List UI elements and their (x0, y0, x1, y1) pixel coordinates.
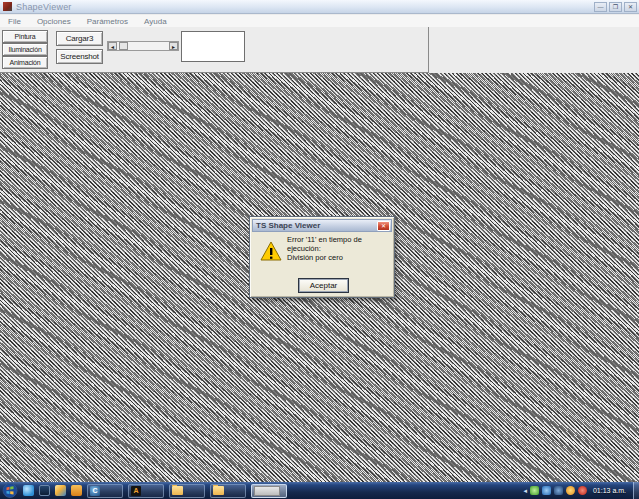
accept-button[interactable]: Aceptar (298, 278, 349, 293)
lighting-button[interactable]: Iluminación (2, 43, 48, 56)
dialog-titlebar[interactable]: TS Shape Viewer ✕ (252, 219, 392, 232)
quick-launch-image-icon[interactable] (55, 485, 66, 496)
paint-button[interactable]: Pintura (2, 30, 48, 43)
menu-options[interactable]: Opciones (29, 17, 79, 26)
scroll-right-arrow-icon[interactable]: ► (169, 42, 178, 50)
menu-help[interactable]: Ayuda (136, 17, 175, 26)
load-shape-button[interactable]: Cargar3 (56, 31, 103, 46)
error-dialog: TS Shape Viewer ✕ Error '11' en tiempo d… (249, 216, 395, 298)
error-message-line1: Error '11' en tiempo de ejecución: (287, 235, 394, 253)
show-desktop-button[interactable] (633, 482, 639, 499)
taskbar-folder-button-1[interactable] (169, 484, 205, 498)
menu-parameters[interactable]: Parámetros (79, 17, 136, 26)
taskbar-folder-button-2[interactable] (210, 484, 246, 498)
screenshot-button[interactable]: Screenshot (56, 49, 103, 64)
caption-buttons: — ❐ ✕ (594, 2, 637, 12)
scroll-left-arrow-icon[interactable]: ◄ (108, 42, 117, 50)
quick-launch-folder-icon[interactable] (71, 485, 82, 496)
toolbar-panel: Pintura Iluminación Animación Cargar3 Sc… (0, 27, 429, 73)
start-button[interactable] (2, 483, 18, 498)
taskbar-clock[interactable]: 01:13 a.m. (593, 487, 626, 494)
taskbar: C A ◂ 01:13 a.m. (0, 482, 639, 499)
taskbar-shapeviewer-button-active[interactable] (251, 484, 287, 498)
tray-icon-4[interactable] (566, 486, 575, 495)
restore-button[interactable]: ❐ (609, 2, 622, 12)
tray-icon-2[interactable] (542, 486, 551, 495)
taskbar-app-button-2[interactable]: A (128, 484, 164, 498)
folder-icon (172, 486, 183, 495)
minimize-button[interactable]: — (594, 2, 607, 12)
preview-listbox[interactable] (181, 31, 245, 62)
close-button[interactable]: ✕ (624, 2, 637, 12)
warning-icon (260, 241, 282, 265)
app2-icon: A (131, 486, 141, 496)
quick-launch-browser-icon[interactable] (23, 485, 34, 496)
toolbar-row: Pintura Iluminación Animación Cargar3 Sc… (0, 27, 639, 73)
quick-launch-monitor-icon[interactable] (39, 485, 50, 496)
dialog-close-button[interactable]: ✕ (377, 221, 390, 231)
folder-icon (213, 486, 224, 495)
animation-button[interactable]: Animación (2, 56, 48, 69)
error-message-line2: División por cero (287, 253, 343, 262)
scrollbar-track[interactable] (117, 42, 169, 50)
app1-icon: C (90, 486, 100, 496)
tray-expand-icon[interactable]: ◂ (523, 487, 527, 495)
window-title: ShapeViewer (16, 2, 72, 12)
menu-file[interactable]: File (0, 17, 29, 26)
tray-icon-3[interactable] (554, 486, 563, 495)
tray-icon-1[interactable] (530, 486, 539, 495)
horizontal-scrollbar[interactable]: ◄ ► (107, 41, 179, 51)
scrollbar-thumb[interactable] (119, 42, 128, 50)
shapeviewer-window-thumbnail (254, 486, 280, 496)
taskbar-app-button-1[interactable]: C (87, 484, 123, 498)
menubar: File Opciones Parámetros Ayuda (0, 15, 639, 27)
desktop: ShapeViewer — ❐ ✕ File Opciones Parámetr… (0, 0, 639, 499)
shapeviewer-app-icon (3, 2, 12, 11)
window-titlebar[interactable]: ShapeViewer — ❐ ✕ (0, 0, 639, 14)
dialog-title: TS Shape Viewer (253, 221, 320, 230)
system-tray: ◂ 01:13 a.m. (523, 482, 639, 499)
tray-icon-5[interactable] (578, 486, 587, 495)
